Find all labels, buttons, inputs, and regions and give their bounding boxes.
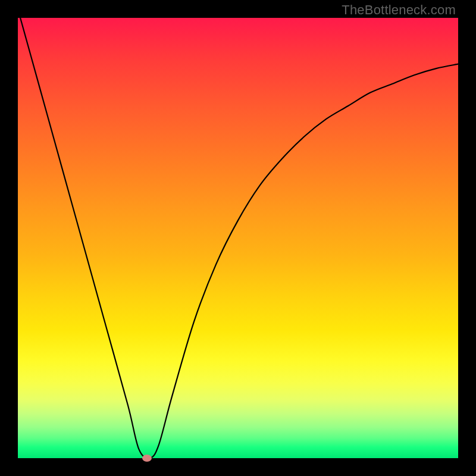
watermark-text: TheBottleneck.com: [342, 2, 456, 18]
curve-path: [18, 18, 458, 458]
bottleneck-curve: [18, 18, 458, 458]
plot-area: [18, 18, 458, 458]
chart-frame: TheBottleneck.com: [0, 0, 476, 476]
